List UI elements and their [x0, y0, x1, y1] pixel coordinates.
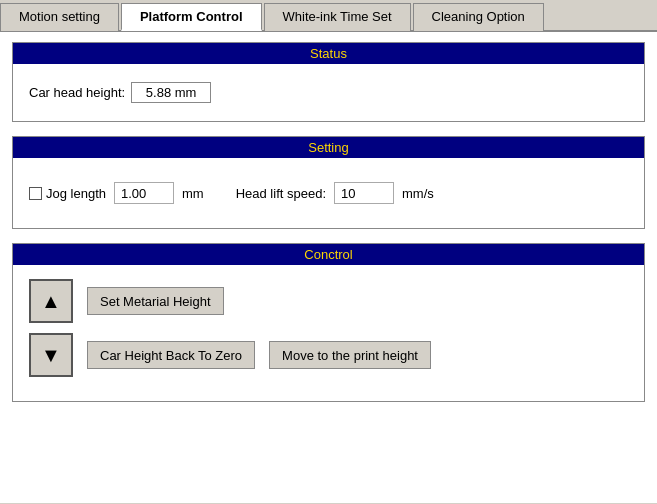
arrow-down-icon [41, 342, 61, 368]
head-lift-speed-input[interactable] [334, 182, 394, 204]
control-row-up: Set Metarial Height [29, 279, 628, 323]
jog-length-input[interactable] [114, 182, 174, 204]
move-to-print-height-button[interactable]: Move to the print height [269, 341, 431, 369]
car-height-back-button[interactable]: Car Height Back To Zero [87, 341, 255, 369]
status-section: Status Car head height: 5.88 mm [12, 42, 645, 122]
jog-length-checkbox[interactable] [29, 187, 42, 200]
status-title: Status [13, 43, 644, 64]
jog-length-label: Jog length [46, 186, 106, 201]
setting-body: Jog length mm Head lift speed: mm/s [13, 158, 644, 228]
jog-length-checkbox-label: Jog length [29, 186, 106, 201]
arrow-up-button[interactable] [29, 279, 73, 323]
set-material-height-button[interactable]: Set Metarial Height [87, 287, 224, 315]
head-lift-speed-unit: mm/s [402, 186, 434, 201]
jog-length-unit: mm [182, 186, 204, 201]
tab-cleaning-option[interactable]: Cleaning Option [413, 3, 544, 31]
control-title: Conctrol [13, 244, 644, 265]
status-body: Car head height: 5.88 mm [13, 64, 644, 121]
control-section: Conctrol Set Metarial Height Car Height … [12, 243, 645, 402]
tab-motion-setting[interactable]: Motion setting [0, 3, 119, 31]
car-head-height-value: 5.88 mm [131, 82, 211, 103]
arrow-up-icon [41, 288, 61, 314]
car-head-height-row: Car head height: 5.88 mm [29, 74, 628, 111]
car-head-height-label: Car head height: [29, 85, 125, 100]
control-row-down: Car Height Back To Zero Move to the prin… [29, 333, 628, 377]
setting-row: Jog length mm Head lift speed: mm/s [29, 168, 628, 218]
tab-platform-control[interactable]: Platform Control [121, 3, 262, 31]
setting-section: Setting Jog length mm Head lift speed: m… [12, 136, 645, 229]
arrow-down-button[interactable] [29, 333, 73, 377]
setting-title: Setting [13, 137, 644, 158]
control-body: Set Metarial Height Car Height Back To Z… [13, 265, 644, 401]
tab-bar: Motion setting Platform Control White-in… [0, 0, 657, 32]
tab-white-ink-time-set[interactable]: White-ink Time Set [264, 3, 411, 31]
main-content: Status Car head height: 5.88 mm Setting … [0, 32, 657, 503]
head-lift-speed-label: Head lift speed: [236, 186, 326, 201]
